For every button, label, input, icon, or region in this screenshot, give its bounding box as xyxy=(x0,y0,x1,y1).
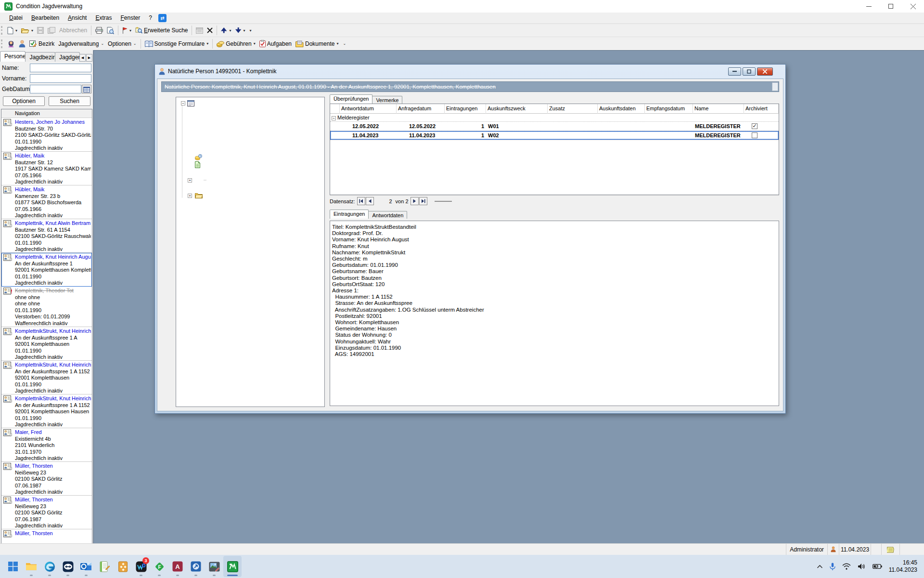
archiviert-checkbox[interactable] xyxy=(752,132,757,138)
tab-scroll-right-button[interactable]: ▶ xyxy=(86,54,92,62)
wifi-icon[interactable] xyxy=(842,563,851,570)
tab-antwortdaten[interactable]: Antwortdaten xyxy=(368,211,407,219)
suchen-button[interactable]: Suchen xyxy=(49,96,90,106)
table-column-header[interactable]: Eintragungen xyxy=(445,104,486,114)
expand-icon[interactable]: + xyxy=(188,178,192,183)
calendar-button[interactable] xyxy=(82,85,91,93)
menu-item-extras[interactable]: Extras xyxy=(91,13,116,23)
menu-item-datei[interactable]: Datei xyxy=(5,13,27,23)
toolbar-overflow-button[interactable]: ▾ xyxy=(247,25,254,36)
tree-node-label[interactable] xyxy=(204,172,206,173)
optionen-button[interactable]: Optionen xyxy=(3,96,45,106)
start-button[interactable] xyxy=(4,556,22,577)
person-list-item[interactable]: !Komplettnik, Theodor Totohne ohneohne o… xyxy=(1,287,92,327)
table-column-header[interactable]: Name xyxy=(693,104,744,114)
name-input[interactable] xyxy=(30,64,91,72)
tree-node[interactable] xyxy=(177,130,323,138)
toolbar-grip[interactable] xyxy=(1,26,3,35)
tab-eintragungen[interactable]: Eintragungen xyxy=(330,210,369,219)
tab-scroll-left-button[interactable]: ◀ xyxy=(79,54,86,62)
aufgaben-button[interactable]: Aufgaben xyxy=(257,39,294,49)
teamviewer-icon[interactable]: ⇄ xyxy=(158,14,167,22)
taskbar-access-button[interactable]: A xyxy=(168,556,187,577)
tree-root-node[interactable]: − xyxy=(177,99,323,107)
person-list-item[interactable]: KomplettnikStrukt, Knut Heinrich AugustA… xyxy=(1,327,92,361)
tree-node[interactable]: + xyxy=(177,192,323,199)
person-list-item[interactable]: Hübler, MaikBautzner Str. 121917 SAKD Ka… xyxy=(1,152,92,185)
tab-jagdbezirke[interactable]: Jagdbezirke xyxy=(25,52,55,62)
tree-node[interactable] xyxy=(177,115,323,122)
maximize-button[interactable] xyxy=(880,0,902,13)
properties-button[interactable] xyxy=(194,25,205,36)
last-record-button[interactable] xyxy=(419,197,427,205)
tree-node-label[interactable] xyxy=(204,180,206,181)
menu-item-?[interactable]: ? xyxy=(144,13,156,23)
navigate-up-button[interactable]: ▾ xyxy=(219,25,233,36)
tree-node-label[interactable] xyxy=(204,133,206,134)
toolbar-overflow-button[interactable]: ⌄ xyxy=(340,39,348,49)
tab-personen[interactable]: Personen xyxy=(0,51,26,62)
person-list-item[interactable]: KomplettnikStrukt, Knut Heinrich AugustA… xyxy=(1,394,92,428)
jagdgenossen-person-button[interactable] xyxy=(5,39,17,49)
speaker-icon[interactable] xyxy=(858,563,866,570)
minimize-button[interactable] xyxy=(858,0,880,13)
new-document-button[interactable]: ▾ xyxy=(5,25,19,36)
table-column-header[interactable]: Anfragedatum xyxy=(397,104,445,114)
table-column-header[interactable]: Auskunftsdaten xyxy=(598,104,645,114)
table-row[interactable]: 12.05.202212.05.20221W01MELDEREGISTER xyxy=(330,122,779,131)
dialog-header-button[interactable] xyxy=(772,82,778,91)
status-notes-cell[interactable] xyxy=(882,544,900,555)
save-all-button[interactable] xyxy=(46,25,57,36)
archiviert-checkbox[interactable] xyxy=(752,123,757,129)
table-row[interactable]: 11.04.202311.04.20231W02MELDEREGISTER xyxy=(330,131,779,140)
gebuehren-button[interactable]: Gebühren▾ xyxy=(215,39,257,49)
vorname-input[interactable] xyxy=(30,74,91,83)
tree-node[interactable]: + xyxy=(177,176,323,184)
next-record-button[interactable] xyxy=(411,197,419,205)
taskbar-explorer-button[interactable] xyxy=(22,556,40,577)
tree-node[interactable] xyxy=(177,169,323,176)
collapse-icon[interactable]: − xyxy=(181,101,185,105)
taskbar-notes-button[interactable] xyxy=(95,556,114,577)
person-button[interactable] xyxy=(17,39,27,49)
print-button[interactable] xyxy=(93,25,105,36)
flag-button[interactable]: ▾ xyxy=(120,25,133,36)
menu-item-fenster[interactable]: Fenster xyxy=(116,13,145,23)
table-column-header[interactable]: Archiviert xyxy=(744,104,779,114)
person-list-item[interactable]: Komplettnik, Knut Alwin Bertram Christia… xyxy=(1,219,92,253)
tree-node-label[interactable] xyxy=(204,141,206,142)
tab-jagdgenossen[interactable]: Jagdgenossen xyxy=(55,52,80,62)
tree-node[interactable] xyxy=(177,161,323,169)
splitter-grip[interactable] xyxy=(435,201,452,202)
person-list-item[interactable]: Hesters, Jochen Jo JohannesBautzner Str.… xyxy=(1,118,92,152)
abbrechen-button[interactable]: Abbrechen xyxy=(57,25,89,36)
tree-node-label[interactable] xyxy=(204,195,206,196)
taskbar-clock[interactable]: 16:45 11.04.2023 xyxy=(889,559,917,574)
tree-node[interactable] xyxy=(177,122,323,130)
taskbar-condition-button[interactable] xyxy=(223,556,242,577)
tree-node-label[interactable] xyxy=(204,118,206,119)
tray-chevron-icon[interactable] xyxy=(817,565,823,568)
person-list-item[interactable]: KomplettnikStrukt, Knut Heinrich AugustA… xyxy=(1,361,92,394)
taskbar-outlook-button[interactable] xyxy=(77,556,95,577)
dialog-minimize-button[interactable] xyxy=(728,67,741,76)
person-list-item[interactable]: Hübler, MaikKamenzer Str. 23 b01877 SAKD… xyxy=(1,185,92,219)
save-button[interactable] xyxy=(35,25,46,36)
tree-node-label[interactable] xyxy=(204,110,206,111)
first-record-button[interactable] xyxy=(357,197,365,205)
dialog-titlebar[interactable]: Natürliche Person 14992001 - Komplettnik xyxy=(155,65,785,78)
table-column-header[interactable] xyxy=(330,104,340,114)
menu-item-ansicht[interactable]: Ansicht xyxy=(64,13,91,23)
gebdatum-input[interactable] xyxy=(30,85,81,93)
tab-vermerke[interactable]: Vermerke xyxy=(372,96,402,104)
expand-icon[interactable]: + xyxy=(188,194,192,198)
taskbar-teamviewer-button[interactable] xyxy=(59,556,77,577)
tree-node-label[interactable] xyxy=(204,157,206,158)
taskbar-webex-button[interactable]: 3 xyxy=(132,556,150,577)
jagdverwaltung-menu-button[interactable]: Jagdverwaltung⌄ xyxy=(56,39,106,49)
optionen-menu-button[interactable]: Optionen⌄ xyxy=(106,39,138,49)
dialog-close-button[interactable] xyxy=(757,67,773,76)
table-group-row[interactable]: −Melderegister xyxy=(330,114,779,122)
table-column-header[interactable]: Zusatz xyxy=(548,104,598,114)
erweiterte-suche-button[interactable]: Erweiterte Suche xyxy=(133,25,190,36)
